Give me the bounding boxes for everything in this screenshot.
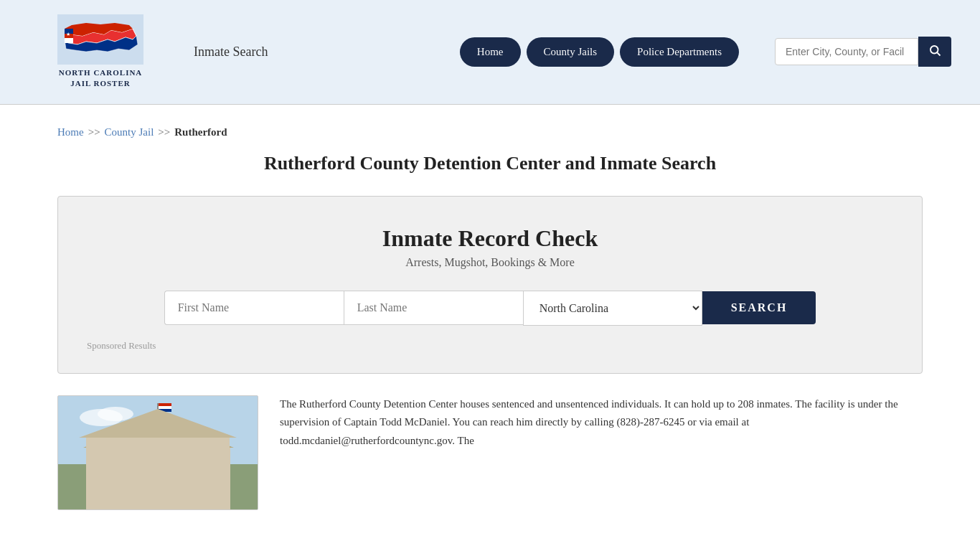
svg-rect-17: [126, 457, 135, 510]
header-search-button[interactable]: [918, 37, 951, 67]
state-select[interactable]: AlabamaAlaskaArizonaArkansasCaliforniaCo…: [523, 291, 702, 326]
inmate-search-form: AlabamaAlaskaArizonaArkansasCaliforniaCo…: [87, 291, 893, 326]
bottom-section: The Rutherford County Detention Center h…: [57, 395, 923, 510]
nav-area: Home County Jails Police Departments: [460, 37, 739, 67]
facility-image: [57, 395, 258, 510]
page-title: Rutherford County Detention Center and I…: [57, 153, 923, 174]
svg-rect-18: [148, 457, 156, 510]
svg-rect-6: [65, 38, 73, 43]
inmate-search-button[interactable]: SEARCH: [702, 291, 816, 324]
svg-rect-20: [191, 457, 199, 510]
svg-rect-27: [159, 403, 171, 406]
header: ★ NORTH CAROLINA JAIL ROSTER Inmate Sear…: [0, 0, 980, 105]
svg-point-8: [930, 46, 938, 54]
svg-rect-23: [101, 471, 114, 481]
svg-rect-10: [58, 396, 258, 510]
record-check-subtitle: Arrests, Mugshot, Bookings & More: [87, 256, 893, 269]
logo-area: ★ NORTH CAROLINA JAIL ROSTER: [29, 14, 172, 90]
svg-rect-16: [105, 457, 113, 510]
svg-rect-29: [159, 409, 171, 412]
facility-description: The Rutherford County Detention Center h…: [280, 395, 923, 451]
breadcrumb-home[interactable]: Home: [57, 126, 84, 138]
svg-point-11: [80, 409, 123, 426]
nc-state-logo: ★: [57, 14, 143, 65]
logo-text: NORTH CAROLINA JAIL ROSTER: [59, 67, 143, 90]
search-icon: [928, 44, 941, 57]
facility-building-svg: [58, 396, 258, 510]
svg-rect-22: [143, 482, 174, 510]
svg-rect-13: [58, 464, 258, 510]
breadcrumb-sep1: >>: [88, 126, 100, 138]
svg-rect-14: [87, 446, 230, 510]
svg-rect-24: [202, 471, 215, 481]
sponsored-results-label: Sponsored Results: [87, 340, 893, 352]
home-nav-button[interactable]: Home: [460, 37, 521, 67]
last-name-input[interactable]: [344, 291, 523, 325]
county-jails-nav-button[interactable]: County Jails: [527, 37, 615, 67]
record-check-box: Inmate Record Check Arrests, Mugshot, Bo…: [57, 196, 923, 374]
header-search-area: [775, 37, 951, 67]
breadcrumb-county-jail[interactable]: County Jail: [105, 126, 154, 138]
svg-line-9: [937, 53, 940, 56]
svg-rect-21: [212, 457, 221, 510]
first-name-input[interactable]: [164, 291, 344, 325]
inmate-search-label: Inmate Search: [194, 44, 268, 60]
svg-text:★: ★: [66, 32, 70, 37]
main-content: Home >> County Jail >> Rutherford Ruther…: [0, 105, 980, 524]
breadcrumb: Home >> County Jail >> Rutherford: [57, 126, 923, 138]
header-search-input[interactable]: [775, 38, 918, 65]
record-check-title: Inmate Record Check: [87, 225, 893, 252]
svg-marker-15: [83, 418, 234, 448]
logo-line2: JAIL ROSTER: [70, 79, 130, 88]
logo-line1: NORTH CAROLINA: [59, 68, 143, 77]
breadcrumb-current: Rutherford: [174, 126, 227, 138]
svg-rect-25: [157, 403, 159, 421]
breadcrumb-sep2: >>: [158, 126, 170, 138]
svg-point-12: [98, 407, 133, 421]
svg-rect-28: [159, 406, 171, 409]
svg-rect-19: [169, 457, 178, 510]
police-departments-nav-button[interactable]: Police Departments: [620, 37, 739, 67]
